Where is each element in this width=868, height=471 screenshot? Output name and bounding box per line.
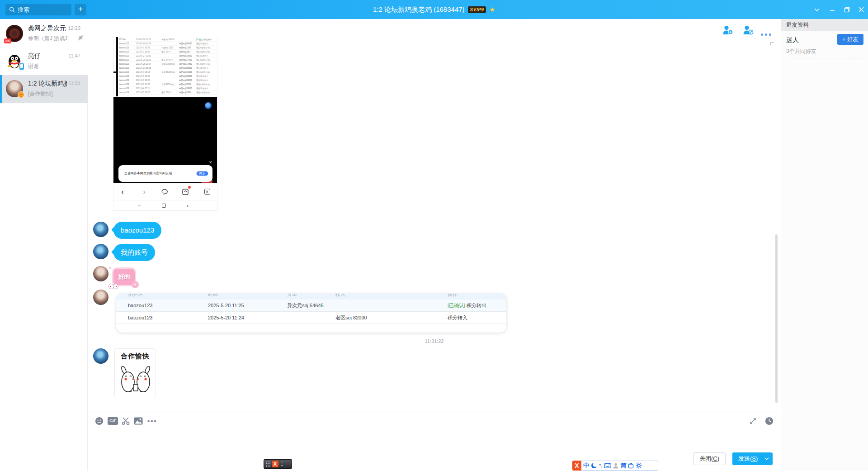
search-icon [9, 7, 15, 13]
phone-table: 81254b2024-2-20 22:10老区soj 69000[已确认] 积分… [119, 38, 217, 95]
send-button[interactable]: 发送(S) [732, 452, 773, 465]
back-chevron-icon[interactable]: ‹ [187, 200, 189, 211]
mute-icon [77, 34, 84, 41]
tabs-icon[interactable] [181, 183, 189, 200]
contact-preview: [合作愉快] [28, 90, 74, 97]
window-title-group: 1:2 论坛新鸡换老鸡 (1683447) SVIP9 ★ [373, 0, 495, 19]
phone-screenshot-image[interactable]: 81254b2024-2-20 22:10老区soj 69000[已确认] 积分… [113, 36, 217, 210]
history-clock-icon[interactable] [764, 416, 774, 425]
user-icon[interactable] [613, 463, 618, 469]
search-placeholder: 搜索 [18, 6, 29, 14]
contact-name: 亮仔 [28, 52, 67, 60]
confirmed-tag: [已确认] [448, 303, 465, 308]
group-member-panel: 群友资料 迷人 + 好友 3个共同好友 [781, 19, 868, 471]
composer-divider [88, 413, 781, 413]
heart-icon: ♥ [109, 266, 111, 270]
contact-time: 11:47 [68, 53, 80, 58]
phone-dash [113, 71, 118, 73]
search-input[interactable]: 搜索 [5, 4, 71, 15]
sidebar-item-forum-group[interactable]: 1:2 论坛新鸡换老鸡 11:31 [合作愉快] [0, 75, 88, 103]
sender-avatar[interactable] [93, 290, 108, 305]
add-friend-button[interactable]: + 好友 [837, 34, 863, 45]
scrollbar[interactable] [775, 234, 778, 403]
punctuation-mode[interactable]: °, [599, 463, 602, 468]
ok-sticker-text: 好的 [118, 273, 130, 280]
ime-mini-bar[interactable]: X −▾ [264, 459, 292, 469]
moon-icon[interactable] [591, 462, 597, 469]
send-options-chevron-icon[interactable] [762, 457, 771, 461]
sidebar-item-gongwang[interactable]: 2K 龚网之异次元 12:23 神明（新J 游戏J [0, 20, 88, 48]
avatar: 2K [6, 25, 23, 42]
add-member-icon[interactable] [722, 25, 733, 37]
keyboard-icon[interactable] [604, 463, 611, 468]
coop-sticker-text: 合作愉快 [115, 352, 156, 361]
avatar [6, 52, 23, 70]
close-chat-button[interactable]: 关闭(C) [693, 452, 726, 465]
mobile-online-badge [19, 63, 24, 70]
more-tools-icon[interactable]: ••• [147, 416, 157, 425]
back-icon[interactable]: ‹ [119, 183, 126, 200]
tab-count-icon[interactable]: 9 [203, 183, 211, 200]
contact-preview: 神明（新J 游戏J [28, 35, 74, 42]
sender-avatar[interactable] [93, 244, 108, 259]
gif-icon[interactable]: GIF [108, 417, 118, 425]
forward-icon[interactable]: › [141, 183, 148, 200]
phone-table-row: baozou1232022-5-27 10:53老区soj 10000银行流水转… [119, 54, 217, 58]
sidebar-item-liangzai[interactable]: 亮仔 11:47 谢谢 [0, 48, 88, 75]
refresh-swirl-icon[interactable] [160, 183, 169, 200]
sync-dialog: 是否同步本网页的账号密码到云端 同步 [118, 165, 212, 182]
message-bubble[interactable]: baozou123 [113, 222, 161, 239]
ime-logo-icon[interactable]: X [272, 461, 278, 467]
sync-button[interactable]: 同步 [197, 171, 208, 176]
smiley-badge [18, 91, 24, 98]
sender-avatar[interactable] [93, 348, 108, 364]
2k-badge: 2K [4, 38, 11, 43]
gear-icon[interactable] [636, 462, 642, 469]
star-icon: ★ [489, 6, 495, 13]
expand-icon[interactable] [748, 416, 758, 425]
menu-icon[interactable]: ≡ [138, 200, 141, 211]
dialog-close-icon[interactable]: ✕ [209, 160, 212, 165]
phone-table-row: baozou1232021-6-7 19:55老区soj 20000银行流水转入… [119, 78, 217, 82]
ime-minimize-icon[interactable]: −▾ [281, 461, 283, 467]
sender-avatar[interactable] [93, 222, 108, 237]
simplified-mode[interactable]: 简 [620, 461, 626, 470]
screenshot-scissors-icon[interactable] [121, 416, 131, 425]
image-icon[interactable] [133, 416, 143, 425]
phone-table-row: 81254b2024-2-20 22:10老区soj 69000[已确认] 积分… [119, 38, 217, 42]
record-table-message[interactable]: 用户名 时间 支出 收入 操作 baozou123 2025-5-20 11:2… [116, 294, 506, 333]
more-menu-icon[interactable] [760, 29, 772, 38]
ime-toolbar[interactable]: X 中 °, 简 [572, 461, 658, 471]
block-member-icon[interactable] [743, 25, 754, 37]
ime-logo-icon[interactable]: X [572, 461, 581, 471]
phone-table-row: baozou1232021-6-4 07:11老区soj 20000银行流水转入… [119, 86, 217, 90]
sync-dialog-text: 是否同步本网页的账号密码到云端 [124, 171, 172, 176]
panel-divider [786, 58, 863, 58]
home-square-icon[interactable] [162, 200, 166, 211]
table-row: baozou123 2025-5-20 11:25 异次元soj 54645 [… [116, 300, 506, 312]
window-title: 1:2 论坛新鸡换老鸡 (1683447) [373, 5, 465, 14]
contact-time: 12:23 [68, 25, 80, 31]
sender-avatar[interactable] [93, 266, 108, 281]
phone-table-section: 81254b2024-2-20 22:10老区soj 69000[已确认] 积分… [113, 36, 217, 97]
ime-cn-mode[interactable]: 中 [583, 461, 589, 470]
browser-navbar: ‹ › 9 [113, 183, 217, 200]
coop-sticker[interactable]: 合作愉快 [114, 348, 156, 398]
chevron-down-icon[interactable] [811, 5, 823, 14]
minimize-button[interactable] [826, 5, 838, 14]
floating-ball-icon [205, 102, 212, 109]
collapse-panel-icon[interactable] [767, 38, 775, 47]
message-bubble[interactable]: 我的账号 [113, 244, 155, 261]
toolbox-icon[interactable] [628, 463, 634, 469]
emoji-icon[interactable] [94, 416, 104, 425]
phone-table-row: baozou1232021-6-7 20:16过期 16200 soj老区soj… [119, 70, 217, 74]
ok-sticker[interactable]: 好的 ♥ ♥ [113, 269, 135, 285]
maximize-button[interactable] [841, 5, 853, 14]
conversation-sidebar: 2K 龚网之异次元 12:23 神明（新J 游戏J 亮仔 11: [0, 19, 88, 471]
add-button[interactable]: + [75, 4, 86, 15]
record-table-header: 用户名 时间 支出 收入 操作 [116, 294, 506, 300]
phone-table-row: baozou1232022-6-3 15:59过期soj 1250老区soj 1… [119, 46, 217, 50]
phone-left-strip [116, 37, 118, 96]
close-button[interactable] [855, 5, 867, 14]
drag-handle-icon[interactable] [265, 461, 270, 467]
